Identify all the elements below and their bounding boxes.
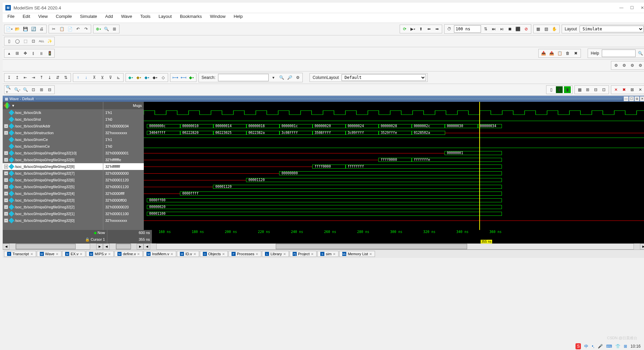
delta-clr-icon[interactable]: ⊠ — [629, 86, 636, 93]
tray-kbd-icon[interactable]: ⌨ — [606, 344, 612, 349]
edge-a-icon[interactable]: ⤒ — [38, 74, 45, 81]
wave-scroll-right-icon[interactable]: ▶ — [640, 243, 644, 250]
mode-2-button[interactable]: ◯ — [14, 38, 21, 45]
redo-button[interactable]: ↷ — [83, 26, 89, 32]
tab-close-icon[interactable]: ✕ — [80, 252, 82, 256]
signal-row[interactable]: +/soc_tb/soc0/mips0/regfile0/reg32[10] — [3, 150, 103, 156]
tab-define-v[interactable]: Mdefine.v✕ — [114, 251, 143, 257]
select-mode-button[interactable]: ▯ — [6, 38, 12, 45]
signal-row[interactable]: +/soc_tb/soc0/mips0/regfile0/reg32[5] — [3, 183, 103, 190]
signal-row[interactable]: +/soc_tb/soc0/mips0/regfile0/reg32[2] — [3, 204, 103, 210]
tab-close-icon[interactable]: ✕ — [369, 252, 372, 256]
save-button[interactable]: 💾 — [22, 26, 29, 32]
cursor-add-icon[interactable]: ↧ — [6, 74, 12, 81]
zoom-region-icon[interactable]: ⊡ — [30, 86, 37, 93]
delta-add-icon[interactable]: ✕ — [613, 86, 619, 93]
maximize-icon[interactable]: ☐ — [630, 5, 634, 10]
tool-y-button[interactable]: ▧ — [543, 26, 550, 32]
tab-close-icon[interactable]: ✕ — [56, 252, 58, 256]
step-spinner[interactable]: ⇅ — [482, 26, 489, 32]
msg-scroll-right-icon[interactable]: ▶ — [137, 243, 143, 250]
new-button[interactable]: 📄 — [6, 26, 12, 32]
tab-instmem-v[interactable]: MInstMem.v✕ — [143, 251, 176, 257]
ime-icon[interactable]: S — [575, 343, 581, 349]
delta-del-icon[interactable]: ✖ — [621, 86, 627, 93]
expand-out-icon[interactable]: ⟻ — [180, 74, 187, 81]
tab-mips-v[interactable]: MMIPS.v✕ — [86, 251, 113, 257]
compile-button[interactable]: ⊕ — [95, 26, 102, 32]
add-sig-icon[interactable]: ◆ — [127, 74, 134, 81]
step-up-button[interactable]: ⬆ — [418, 26, 424, 32]
menu-compile[interactable]: Compile — [56, 14, 72, 22]
edge-next-icon[interactable]: ⇥ — [30, 74, 37, 81]
wave-style-1-icon[interactable]: ▯ — [548, 86, 555, 93]
halt-button[interactable]: ⊘ — [523, 26, 530, 32]
signal-row[interactable]: +/soc_tb/soc0/mips0/regfile0/reg32[9] — [3, 156, 103, 163]
undo-button[interactable]: ↶ — [75, 26, 81, 32]
cut-button[interactable]: ✂ — [50, 26, 57, 32]
bookmark-add-icon[interactable]: 📥 — [540, 50, 547, 57]
columnlayout-select[interactable]: Default — [342, 74, 426, 81]
signal-col-icon[interactable] — [4, 102, 10, 109]
time-step-input[interactable] — [454, 25, 481, 33]
wave-style-2-icon[interactable]: ▮ — [556, 86, 563, 93]
tab-objects[interactable]: OObjects✕ — [200, 251, 228, 257]
tab-close-icon[interactable]: ✕ — [137, 252, 140, 256]
hand-icon[interactable]: ✋ — [551, 26, 558, 32]
tray-grid-icon[interactable]: ⊞ — [624, 344, 627, 349]
add-div-icon[interactable]: ◆ — [143, 74, 150, 81]
expand-icon[interactable]: + — [4, 212, 8, 216]
filter-d-icon[interactable]: ⊾ — [115, 74, 122, 81]
range-button[interactable]: ⫼ — [38, 50, 45, 57]
tray-mic-icon[interactable]: 🎤 — [598, 344, 603, 349]
restart-button[interactable]: ⟳ — [401, 26, 408, 32]
panel-min-icon[interactable]: — — [624, 96, 628, 101]
vbar-button[interactable]: ⫿ — [30, 50, 37, 57]
bookmark-clr-icon[interactable]: 🗑 — [564, 50, 571, 57]
layout-select[interactable]: Simulate — [580, 26, 644, 32]
cursor-del-icon[interactable]: ↥ — [14, 74, 21, 81]
group-button[interactable]: ⊞ — [14, 50, 21, 57]
menu-layout[interactable]: Layout — [159, 14, 172, 22]
bookmark-x-icon[interactable]: ✖ — [572, 50, 579, 57]
tab-ex-v[interactable]: MEX.v✕ — [62, 251, 85, 257]
tab-close-icon[interactable]: ✕ — [193, 252, 196, 256]
minimize-icon[interactable]: — — [619, 5, 623, 10]
all-button[interactable]: ALL — [38, 38, 45, 45]
search-prev-icon[interactable]: 🔎 — [286, 74, 293, 81]
tab-close-icon[interactable]: ✕ — [108, 252, 111, 256]
step-fwd-button[interactable]: ➡ — [434, 26, 440, 32]
mode-4-button[interactable]: ⊡ — [30, 38, 37, 45]
expand-icon[interactable]: + — [4, 178, 8, 182]
help-input[interactable] — [602, 50, 636, 57]
grid-2-icon[interactable]: ⊞ — [584, 86, 591, 93]
expand-icon[interactable]: + — [4, 198, 8, 202]
grid-4-icon[interactable]: ⊡ — [600, 86, 607, 93]
gear-3-icon[interactable]: ⚙ — [629, 62, 636, 69]
wand-icon[interactable]: ✨ — [46, 38, 53, 45]
menu-bookmarks[interactable]: Bookmarks — [180, 14, 202, 22]
tab-project[interactable]: PjProject✕ — [290, 251, 317, 257]
menu-simulate[interactable]: Simulate — [80, 14, 97, 22]
edge-c-icon[interactable]: ⇵ — [54, 74, 61, 81]
signal-row[interactable]: /soc_tb/soc0/clk — [3, 109, 103, 116]
menu-help[interactable]: Help — [234, 14, 243, 22]
signal-row[interactable]: /soc_tb/soc0/romCe — [3, 136, 103, 143]
sig-scroll-right-icon[interactable]: ▶ — [96, 243, 103, 250]
add-grp-icon[interactable]: ◆ — [135, 74, 142, 81]
grid-3-icon[interactable]: ⊟ — [592, 86, 599, 93]
gear-2-icon[interactable]: ⚙ — [621, 62, 627, 69]
bookmark-del-icon[interactable]: 📤 — [548, 50, 555, 57]
expand-icon[interactable]: + — [4, 151, 8, 155]
signal-row[interactable]: +/soc_tb/soc0/mips0/regfile0/reg32[7] — [3, 170, 103, 177]
tab-wave[interactable]: WWave✕ — [37, 251, 62, 257]
tab-close-icon[interactable]: ✕ — [283, 252, 286, 256]
expand-icon[interactable]: + — [4, 205, 8, 209]
expand-diamond-icon[interactable]: ◆ — [188, 74, 195, 81]
tray-shirt-icon[interactable]: 👕 — [615, 344, 620, 349]
run-button[interactable]: ▶ — [409, 26, 416, 32]
expand-icon[interactable]: + — [4, 131, 8, 135]
tab-close-icon[interactable]: ✕ — [311, 252, 314, 256]
tab-close-icon[interactable]: ✕ — [30, 252, 33, 256]
expand-icon[interactable]: + — [4, 165, 8, 169]
